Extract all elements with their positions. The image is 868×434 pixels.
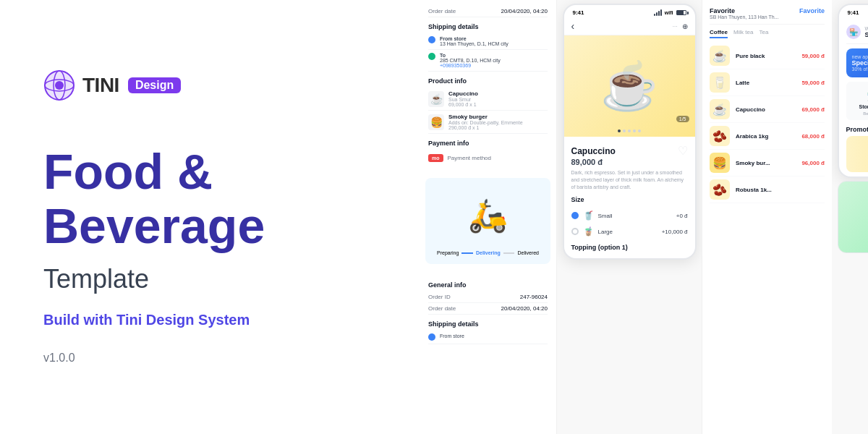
menu-name-2: Latte [736, 80, 749, 86]
cat-coffee[interactable]: Coffee [710, 27, 728, 38]
menu-item-5[interactable]: 🍔 Smoky bur... 96,000 đ [710, 150, 825, 176]
size-option-large[interactable]: 🧋 Large +10,000 đ [571, 224, 688, 239]
cart-button[interactable]: ⊕ [682, 22, 688, 30]
feature-store-pickup[interactable]: 🏪 Store pickup Best quality [846, 82, 869, 120]
shipping-from-bottom: From store [428, 331, 548, 344]
promo-banner[interactable]: 🎉 [846, 136, 869, 172]
menu-item-1[interactable]: ☕ Pure black 59,000 đ [710, 43, 825, 69]
favorite-button[interactable]: ♡ [678, 144, 688, 158]
battery-fill [677, 11, 684, 14]
step-line-1 [461, 252, 473, 254]
product-detail-section: Capuccino ♡ 89,000 đ Dark, rich espresso… [564, 137, 695, 258]
size-name-small: Small [598, 213, 613, 219]
menu-item-left-4: 🫘 Arabica 1kg [710, 126, 768, 146]
product-title-row: Capuccino ♡ [571, 144, 688, 158]
product-section-title: Product info [428, 77, 548, 85]
product-item-2: 🍔 Smoky burger Adds on: Double-patty, Em… [428, 111, 548, 134]
menu-item-left-3: ☕ Capuccino [710, 99, 765, 119]
signal-bars [654, 9, 662, 16]
general-info-section: General info Order ID 247-96024 Order da… [420, 270, 556, 350]
screens-wrapper: Order date 20/04/2020, 04:20 Shipping de… [420, 0, 868, 434]
menu-name-5: Smoky bur... [736, 160, 770, 166]
menu-price-2: 59,000 đ [801, 80, 825, 86]
step-line-2 [503, 252, 515, 254]
step-delivering: Delivering [476, 250, 501, 255]
menu-item-4[interactable]: 🫘 Arabica 1kg 68,000 đ [710, 123, 825, 150]
map-background [838, 182, 869, 253]
product-detail-1: 69,000 đ x 1 [448, 102, 478, 107]
transport-icon [428, 36, 435, 43]
product-detail-2: 290,000 đ x 1 [448, 125, 523, 130]
step-delivered: Delivered [517, 250, 539, 255]
size-price-small: +0 đ [676, 213, 688, 219]
menu-item-6[interactable]: 🫘 Robusta 1k... [710, 176, 825, 203]
dot-3 [628, 129, 631, 132]
battery-icon [676, 10, 686, 15]
product-img-2: 🍔 [428, 114, 444, 130]
logo-tini-text: TINI [82, 74, 119, 97]
bar2 [656, 12, 658, 16]
store-name: Favorite [710, 7, 778, 14]
dot-4 [633, 129, 636, 132]
order-date-label: Order date [428, 8, 456, 14]
banner-badge: new app [852, 54, 869, 59]
size-label: Size [571, 196, 688, 203]
menu-name-3: Capuccino [736, 106, 765, 113]
store-address: SB Han Thuyen, 113 Han Th... [710, 14, 778, 20]
from-value: 13 Han Thuyen, D.1, HCM city [440, 41, 509, 46]
restaurant-screen: 🏪 Welcome to Sample restaurant new app S… [839, 17, 869, 176]
menu-img-2: 🥛 [710, 72, 730, 93]
order-id-label: Order ID [428, 294, 451, 300]
order-screen-top: Order date 20/04/2020, 04:20 Shipping de… [420, 0, 556, 172]
size-option-small[interactable]: 🥤 Small +0 đ [571, 208, 688, 224]
logo-icon [43, 69, 75, 101]
logo-design-badge: Design [128, 77, 181, 93]
svg-point-2 [55, 81, 64, 90]
wifi-icon: wifi [665, 10, 673, 15]
signal-indicators: wifi [654, 9, 686, 16]
logo-area: TINI Design [43, 69, 376, 101]
menu-img-1: ☕ [710, 46, 730, 66]
bar4 [660, 9, 662, 16]
phone-time-1: 9:41 [573, 9, 584, 16]
order-date-value-bottom: 20/04/2020, 04:20 [501, 305, 548, 312]
cat-milk-tea[interactable]: Milk tea [733, 27, 754, 38]
banner-card[interactable]: new app Special discount 30% of all orde… [846, 48, 869, 77]
menu-list-column: Favorite SB Han Thuyen, 113 Han Th... Fa… [702, 0, 832, 434]
image-carousel-dots [618, 129, 641, 132]
product-price-text: 89,000 đ [571, 158, 688, 166]
banner-title: Special discount [852, 59, 869, 67]
menu-screen: Favorite SB Han Thuyen, 113 Han Th... Fa… [702, 0, 832, 208]
phone-value: +0989350369 [440, 63, 501, 68]
size-radio-large [571, 228, 579, 235]
dot-2 [623, 129, 626, 132]
order-date-value: 20/04/2020, 04:20 [501, 8, 548, 14]
transport-icon-2 [428, 333, 435, 341]
menu-name-6: Robusta 1k... [736, 187, 772, 193]
menu-item-2[interactable]: 🥛 Latte 59,000 đ [710, 69, 825, 96]
order-date-row: Order date 20/04/2020, 04:20 [428, 6, 548, 17]
more-button[interactable]: ··· [673, 23, 678, 30]
product-sub-2: Adds on: Double-patty, Emmente [448, 120, 523, 125]
category-tabs: Coffee Milk tea Tea [710, 27, 825, 38]
payment-text: Payment method [448, 155, 491, 161]
status-bar-2: 9:41 [839, 5, 869, 17]
back-button[interactable]: ‹ [571, 20, 575, 32]
product-name-2: Smoky burger [448, 114, 523, 120]
menu-item-3[interactable]: ☕ Capuccino 69,000 đ [710, 96, 825, 123]
order-details-column: Order date 20/04/2020, 04:20 Shipping de… [420, 0, 557, 434]
from-label: From store [440, 36, 509, 41]
payment-badge: mo [428, 154, 443, 162]
slide-counter: 1/5 [676, 116, 689, 122]
payment-section-title: Payment info [428, 140, 548, 147]
menu-img-6: 🫘 [710, 179, 730, 200]
hero-version: v1.0.0 [43, 352, 376, 365]
nav-actions: ··· ⊕ [673, 22, 688, 30]
map-screen: 📍 [838, 182, 869, 253]
cat-tea[interactable]: Tea [759, 27, 768, 38]
order-date-label-bottom: Order date [428, 305, 456, 312]
phone-time-2: 9:41 [848, 9, 859, 16]
shipping-title-bottom: Shipping details [428, 320, 548, 328]
menu-item-left-5: 🍔 Smoky bur... [710, 153, 770, 173]
restaurant-header: 🏪 Welcome to Sample restaurant [846, 22, 869, 44]
